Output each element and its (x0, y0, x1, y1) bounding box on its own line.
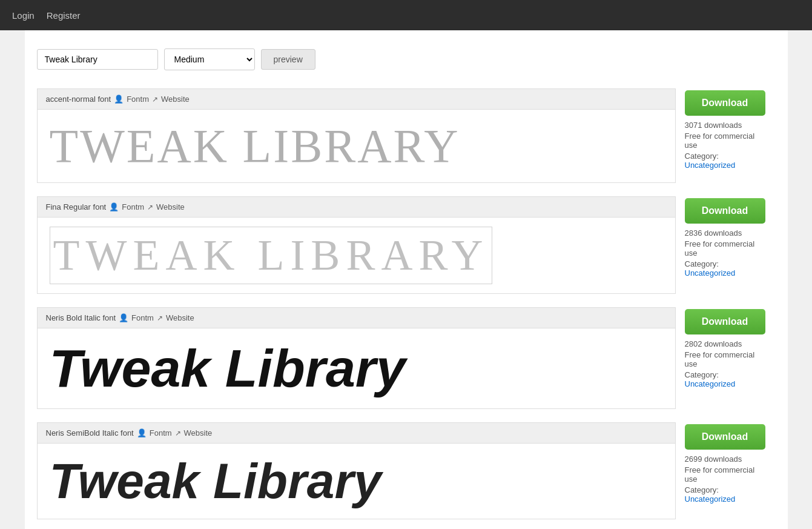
font-row: Neris Bold Italic font👤Fontm↗WebsiteTwea… (37, 307, 776, 409)
font-card: accent-normal font👤Fontm↗WebsiteTWEAK LI… (37, 88, 676, 183)
font-download-sidebar: Download2699 downloadsFree for commercia… (676, 422, 776, 504)
font-preview-text: Tweak Library (50, 338, 406, 399)
preview-button[interactable]: preview (261, 49, 315, 70)
font-name-label: Fina Regular font (46, 202, 107, 211)
category-label: Category: (685, 151, 719, 161)
font-row: Fina Regular font👤Fontm↗WebsiteTWEAK LIB… (37, 196, 776, 294)
download-button[interactable]: Download (685, 309, 765, 334)
download-license: Free for commercial use (685, 131, 765, 150)
download-count: 2699 downloads (685, 454, 765, 464)
category-link[interactable]: Uncategorized (685, 379, 736, 388)
download-count: 3071 downloads (685, 121, 765, 130)
download-button[interactable]: Download (685, 198, 765, 224)
font-website-link[interactable]: Website (156, 202, 185, 211)
category-link[interactable]: Uncategorized (685, 494, 736, 504)
category-link[interactable]: Uncategorized (685, 268, 736, 278)
download-category: Category: Uncategorized (685, 151, 765, 170)
font-card: Neris Bold Italic font👤Fontm↗WebsiteTwea… (37, 307, 676, 409)
font-source-link[interactable]: Fontm (122, 202, 144, 211)
external-link-icon: ↗ (147, 203, 153, 211)
font-preview-area: TWEAK LIBRARY (38, 218, 675, 293)
category-label: Category: (685, 370, 719, 379)
font-card-header: Neris Bold Italic font👤Fontm↗Website (38, 308, 675, 328)
font-preview-area: TWEAK LIBRARY (38, 110, 675, 182)
font-card-header: accent-normal font👤Fontm↗Website (38, 89, 675, 110)
font-card-header: Fina Regular font👤Fontm↗Website (38, 197, 675, 218)
user-icon: 👤 (119, 313, 128, 322)
download-category: Category: Uncategorized (685, 485, 765, 504)
font-source-link[interactable]: Fontm (127, 95, 149, 104)
font-list: accent-normal font👤Fontm↗WebsiteTWEAK LI… (37, 88, 776, 519)
download-category: Category: Uncategorized (685, 259, 765, 278)
preview-controls: Medium Small Large Extra Large preview (37, 48, 776, 70)
font-card: Neris SemiBold Italic font👤Fontm↗Website… (37, 422, 676, 519)
font-download-sidebar: Download2802 downloadsFree for commercia… (676, 307, 776, 388)
font-name-label: Neris SemiBold Italic font (46, 428, 134, 438)
preview-size-select[interactable]: Medium Small Large Extra Large (164, 48, 255, 70)
font-website-link[interactable]: Website (161, 95, 190, 104)
download-count: 2802 downloads (685, 339, 765, 348)
user-icon: 👤 (137, 428, 147, 438)
font-preview-text: TWEAK LIBRARY (50, 227, 493, 284)
register-link[interactable]: Register (47, 10, 81, 21)
login-link[interactable]: Login (12, 10, 35, 21)
font-name-label: Neris Bold Italic font (46, 313, 116, 322)
font-download-sidebar: Download2836 downloadsFree for commercia… (676, 196, 776, 278)
font-preview-area: Tweak Library (38, 328, 675, 408)
external-link-icon: ↗ (152, 95, 158, 104)
font-website-link[interactable]: Website (166, 313, 194, 322)
user-icon: 👤 (114, 95, 124, 104)
download-license: Free for commercial use (685, 239, 765, 258)
main-content: Medium Small Large Extra Large preview a… (25, 30, 788, 529)
download-button[interactable]: Download (685, 90, 765, 116)
external-link-icon: ↗ (157, 314, 163, 322)
font-download-sidebar: Download3071 downloadsFree for commercia… (676, 88, 776, 170)
font-website-link[interactable]: Website (184, 428, 213, 438)
category-link[interactable]: Uncategorized (685, 161, 736, 170)
category-label: Category: (685, 259, 719, 268)
font-source-link[interactable]: Fontm (131, 313, 154, 322)
font-preview-text: Tweak Library (50, 453, 381, 510)
font-name-label: accent-normal font (46, 95, 111, 104)
font-preview-text: TWEAK LIBRARY (50, 119, 460, 173)
download-button[interactable]: Download (685, 424, 765, 450)
font-source-link[interactable]: Fontm (150, 428, 172, 438)
font-row: Neris SemiBold Italic font👤Fontm↗Website… (37, 422, 776, 519)
font-card-header: Neris SemiBold Italic font👤Fontm↗Website (38, 423, 675, 444)
download-count: 2836 downloads (685, 228, 765, 238)
category-label: Category: (685, 485, 719, 494)
external-link-icon: ↗ (175, 429, 181, 438)
download-license: Free for commercial use (685, 465, 765, 484)
preview-text-input[interactable] (37, 49, 158, 70)
user-icon: 👤 (109, 202, 119, 211)
top-navigation: Login Register (0, 0, 812, 30)
download-license: Free for commercial use (685, 350, 765, 368)
font-preview-area: Tweak Library (38, 444, 675, 519)
download-category: Category: Uncategorized (685, 370, 765, 388)
font-card: Fina Regular font👤Fontm↗WebsiteTWEAK LIB… (37, 196, 676, 294)
font-row: accent-normal font👤Fontm↗WebsiteTWEAK LI… (37, 88, 776, 183)
